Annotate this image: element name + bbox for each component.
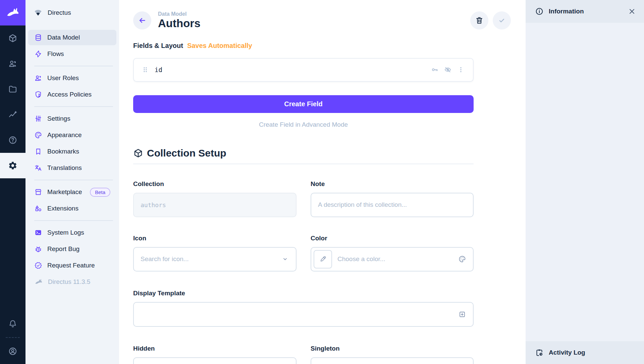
breadcrumb[interactable]: Data Model [158,11,201,17]
display-template-input[interactable] [141,311,454,318]
version-label: Directus 11.3.5 [48,278,90,286]
collection-setup-form: Collection Note Icon [133,180,474,271]
add-box-icon[interactable] [458,310,466,318]
bookmark-icon [34,147,42,156]
page-header: Data Model Authors [133,11,511,30]
close-sidebar-button[interactable] [628,7,636,15]
user-circle-icon [8,347,17,356]
module-bar-divider [6,337,20,338]
page-title: Authors [158,17,201,30]
field-name: id [155,66,162,73]
notifications-button[interactable] [0,311,25,337]
back-button[interactable] [133,11,151,29]
advanced-mode-link[interactable]: Create Field in Advanced Mode [133,121,474,128]
display-template-input-wrap [133,302,474,327]
module-files[interactable] [0,76,25,102]
color-picker-button[interactable] [314,250,332,268]
module-help[interactable] [0,127,25,153]
display-template-label: Display Template [133,290,474,297]
insights-icon [8,110,17,119]
help-icon [8,135,17,145]
beta-badge: Beta [90,188,110,197]
project-header[interactable]: Directus [25,0,119,25]
arrow-left-icon [138,16,147,25]
shapes-icon [34,204,42,213]
kebab-menu-icon[interactable] [457,66,465,74]
palette-icon[interactable] [458,255,466,263]
palette-icon [34,131,42,139]
sidebar-item-bookmarks[interactable]: Bookmarks [28,144,116,159]
display-template-field: Display Template [133,290,474,327]
collection-input[interactable] [141,201,289,208]
sidebar-item-appearance[interactable]: Appearance [28,127,116,143]
version-row: Directus 11.3.5 [28,274,116,290]
fields-layout-label: Fields & Layout [133,42,183,50]
activity-log-label: Activity Log [549,349,585,356]
project-name: Directus [48,9,71,16]
user-menu-button[interactable] [0,339,25,364]
delete-collection-button[interactable] [470,11,488,29]
icon-search-input[interactable] [141,255,277,263]
sidebar-item-label: Data Model [47,34,80,41]
sidebar-divider [34,220,113,221]
sidebar-item-label: Request Feature [47,262,95,269]
sidebar-item-label: Flows [47,50,64,58]
sidebar-item-data-model[interactable]: Data Model [28,30,116,45]
icon-select[interactable] [133,247,297,271]
users-icon [8,59,17,68]
sidebar-item-translations[interactable]: Translations [28,160,116,176]
note-input[interactable] [318,201,466,208]
sidebar-divider [34,180,113,180]
sidebar-item-access-policies[interactable]: Access Policies [28,87,116,102]
color-input-wrap [311,247,474,271]
color-label: Color [311,235,474,242]
main-content: Data Model Authors Fields & Layout Saves… [119,0,526,364]
activity-log-button[interactable]: Activity Log [526,341,644,364]
sidebar-item-request-feature[interactable]: Request Feature [28,258,116,273]
sidebar-divider [34,66,113,66]
sidebar-item-system-logs[interactable]: System Logs [28,225,116,240]
trash-icon [475,16,484,25]
sidebar-item-flows[interactable]: Flows [28,46,116,62]
drag-handle-icon[interactable] [142,66,149,73]
module-insights[interactable] [0,102,25,127]
color-field: Color [311,235,474,271]
info-sidebar: Information Activity Log [526,0,644,364]
field-row-id[interactable]: id [133,58,474,82]
singleton-label: Singleton [311,345,474,352]
icon-field: Icon [133,235,297,271]
create-field-button[interactable]: Create Field [133,95,474,113]
content-column: Fields & Layout Saves Automatically id C… [133,42,474,364]
info-panel-title: Information [549,8,584,15]
info-sidebar-body [526,23,644,341]
directus-logo[interactable] [0,0,25,25]
hidden-label: Hidden [133,345,297,352]
collection-setup-heading: Collection Setup [133,147,474,159]
module-settings[interactable] [0,153,25,178]
box-icon [8,34,17,43]
activity-log-icon [535,348,544,357]
sidebar-item-marketplace[interactable]: Marketplace Beta [28,184,116,200]
sidebar-item-label: Bookmarks [47,148,79,155]
header-actions [470,11,511,29]
collection-setup-form-bottom: Hidden Singleton [133,345,474,364]
sidebar-item-extensions[interactable]: Extensions [28,201,116,216]
sidebar-item-label: Report Bug [47,245,79,253]
sidebar-item-settings[interactable]: Settings [28,111,116,126]
eyedropper-icon [319,255,327,263]
color-input[interactable] [337,255,454,263]
fields-layout-heading: Fields & Layout Saves Automatically [133,42,474,50]
save-button[interactable] [493,11,511,29]
icon-label: Icon [133,235,297,242]
connection-signal-icon [34,8,43,17]
terminal-icon [34,229,42,237]
module-users[interactable] [0,51,25,76]
sidebar-item-user-roles[interactable]: User Roles [28,70,116,86]
chevron-down-icon[interactable] [281,255,289,263]
sidebar-item-report-bug[interactable]: Report Bug [28,241,116,257]
sidebar-item-label: Extensions [47,205,78,212]
module-bar [0,0,25,364]
module-content[interactable] [0,25,25,51]
sidebar-item-label: User Roles [47,74,79,82]
note-label: Note [311,180,474,188]
